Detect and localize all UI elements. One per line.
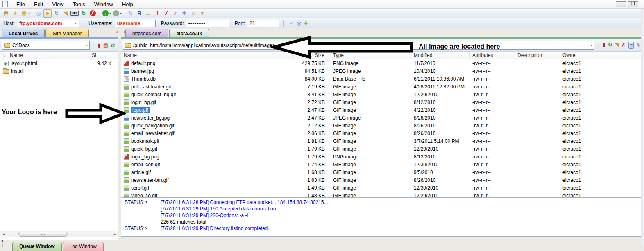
tab-httpsdoc-com[interactable]: httpsdoc.com — [125, 29, 168, 37]
local-column-size[interactable]: Si — [89, 52, 118, 59]
port-input[interactable]: 21 — [247, 20, 279, 27]
remote-file-row[interactable]: newsletter-btn.gif1.63 KBGIF image8/26/2… — [121, 176, 644, 184]
menu-edit[interactable]: Edit — [29, 0, 48, 8]
remote-column-attributes[interactable]: Attributes — [470, 52, 515, 59]
local-column-name[interactable]: ▽ Name — [0, 52, 89, 59]
dropdown-caret-icon[interactable]: ▾ — [109, 11, 111, 15]
remote-file-row[interactable]: email_newsletter.gif2.06 KBGIF image8/26… — [121, 129, 644, 137]
local-file-row[interactable]: install — [0, 67, 118, 75]
new-site-icon[interactable]: ▦ — [20, 9, 28, 18]
rename-icon[interactable]: R — [135, 9, 143, 18]
remote-file-row[interactable]: login_bg.gif2.72 KBGIF image8/12/2010-rw… — [121, 98, 644, 106]
tab-eicra-co-uk[interactable]: eicra.co.uk — [169, 29, 209, 37]
bookmarks-icon[interactable]: ▮ — [98, 42, 101, 48]
menu-view[interactable]: View — [48, 0, 68, 8]
username-input[interactable]: username — [115, 20, 156, 27]
scroll-left-icon[interactable]: ◂ — [0, 232, 7, 236]
file-type-cell: GIF image — [327, 184, 411, 192]
file-description-cell — [515, 59, 560, 67]
host-dropdown-icon[interactable]: ▾ — [75, 21, 77, 25]
connect-plug-icon[interactable]: ≺ — [290, 20, 294, 26]
pointer-icon[interactable]: ➤ — [43, 9, 52, 18]
menu-window[interactable]: Window — [90, 0, 118, 8]
remote-column-modified[interactable]: Modified — [411, 52, 470, 59]
headset-icon[interactable]: ∩ — [189, 9, 197, 18]
local-file-row[interactable]: layout.phtml9.42 K — [0, 59, 118, 67]
shield-icon[interactable]: ▼ — [198, 9, 206, 18]
remote-file-row[interactable]: Thumbs.db84.00 KBData Base File6/21/2011… — [121, 75, 644, 83]
remote-file-row[interactable]: email-icon.gif1.74 KBGIF image12/30/2010… — [121, 161, 644, 168]
quick-connect-icon[interactable]: ▤ — [2, 9, 10, 18]
remote-file-row[interactable]: newsletter_bg.jpg2.47 KBJPEG image8/26/2… — [121, 114, 644, 122]
pin-icon[interactable]: ◎ — [34, 9, 43, 18]
upload-icon[interactable]: ↑ — [112, 9, 120, 18]
priority-icon[interactable]: ! — [153, 9, 161, 18]
tab-queue-window[interactable]: Queue Window — [12, 242, 62, 251]
restore-button[interactable]: ❐ — [628, 1, 638, 7]
stop-icon[interactable]: ✗ — [88, 9, 97, 18]
remote-path-dropdown-icon[interactable]: ▾ — [591, 43, 592, 47]
remote-file-row[interactable]: article.gif1.68 KBGIF image9/5/2010-rw-r… — [121, 168, 644, 176]
abort-icon[interactable]: ◎ — [297, 20, 301, 26]
refresh-icon[interactable]: ↻ — [608, 42, 612, 49]
wizard-icon[interactable]: ★ — [11, 9, 19, 18]
remote-column-description[interactable]: Description — [515, 52, 560, 59]
local-path-dropdown-icon[interactable]: ▾ — [86, 43, 88, 47]
verify-icon[interactable]: ✓ — [171, 9, 179, 18]
dropdown-caret-icon[interactable]: ▾ — [28, 11, 30, 15]
bookmarks-icon[interactable]: ▮ — [603, 42, 605, 49]
new-folder-icon[interactable]: ▱ — [144, 9, 152, 18]
remote-file-row[interactable]: scroll.gif1.49 KBGIF image12/30/2010-rw-… — [121, 184, 644, 192]
scroll-track[interactable]: ▪▪▪ — [7, 231, 111, 237]
remote-file-row[interactable]: quick_bg.gif1.79 KBGIF image12/29/2010-r… — [121, 145, 644, 153]
goto-folder-icon[interactable]: ◥ — [61, 9, 70, 18]
remote-file-row[interactable]: logo.gif2.47 KBGIF image4/22/2010-rw-r--… — [121, 106, 644, 114]
download-icon[interactable]: ↓ — [101, 9, 109, 18]
url-clipboard-icon[interactable]: URL — [70, 9, 79, 18]
remote-column-owner[interactable]: Owner — [560, 52, 644, 59]
lasso-icon[interactable]: ↯ — [52, 9, 61, 18]
remote-file-row[interactable]: login_bg.png1.79 KBPNG image8/12/2010-rw… — [121, 153, 644, 161]
menu-bar: FileEditViewToolsWindowHelp _ ❐ — [0, 0, 644, 9]
file-size-cell: 429.75 KB — [293, 59, 327, 67]
minimize-button[interactable]: _ — [616, 1, 626, 7]
settings-gear-icon[interactable]: ✱ — [180, 9, 188, 18]
tab-log-window[interactable]: Log Window — [63, 242, 104, 251]
scroll-right-icon[interactable]: ▸ — [111, 232, 118, 236]
delete-local-icon[interactable]: ▦ — [103, 42, 108, 48]
remote-file-row[interactable]: quick_contact_bg.gif3.41 KBGIF image12/2… — [121, 90, 644, 98]
remote-file-row[interactable]: quick_navigation.gif2.12 KBGIF image8/26… — [121, 122, 644, 129]
delete-icon[interactable]: ✗ — [162, 9, 170, 18]
listview-icon[interactable]: ≡ — [628, 42, 634, 49]
delete-remote-icon[interactable]: ✗ — [621, 42, 626, 49]
shield-add-icon[interactable]: ✚ — [304, 20, 308, 26]
remote-file-row[interactable]: banner.jpg94.51 KBJPEG image10/4/2010-rw… — [121, 67, 644, 75]
password-input[interactable]: •••••••• — [186, 20, 229, 27]
status-prefix — [125, 206, 161, 212]
local-path-combo[interactable]: C:\Docs ▾ — [2, 41, 90, 50]
remote-column-name[interactable]: Name — [121, 52, 293, 59]
pane-close-icon[interactable]: ✗ — [1, 239, 4, 243]
tab-local-drives[interactable]: Local Drives — [2, 29, 45, 37]
file-type-cell: GIF image — [327, 122, 411, 129]
goto-folder-icon[interactable]: ◥ — [615, 42, 619, 49]
remote-file-row[interactable]: default.png429.75 KBPNG image11/7/2010-r… — [121, 59, 644, 67]
remote-file-row[interactable]: bookmark.gif1.81 KBGIF image3/7/2011 5:1… — [121, 137, 644, 145]
host-input[interactable]: ftp.yourdoma.com ▾ — [17, 20, 79, 27]
folder-up-icon[interactable]: ↑ — [93, 42, 95, 48]
edit-notes-icon[interactable]: ✎ — [126, 9, 134, 18]
menu-file[interactable]: File — [12, 0, 29, 8]
remote-file-row[interactable]: video-ico.gif1.48 KBGIF image12/29/2010-… — [121, 192, 644, 197]
sync-folders-icon[interactable]: ⇄ — [111, 42, 115, 48]
folder-up-icon[interactable]: ↑ — [597, 42, 600, 49]
dropdown-caret-icon[interactable]: ▾ — [120, 11, 122, 15]
menu-tools[interactable]: Tools — [68, 0, 89, 8]
connection-props-icon[interactable]: ↯ — [636, 42, 641, 49]
tab-site-manager[interactable]: Site Manager — [45, 29, 88, 37]
local-hscrollbar[interactable]: ◂ ▪▪▪ ▸ — [0, 231, 118, 237]
menu-help[interactable]: Help — [118, 0, 138, 8]
remote-file-row[interactable]: poll-cast-loader.gif7.19 KBGIF image4/28… — [121, 83, 644, 90]
scroll-thumb[interactable]: ▪▪▪ — [18, 232, 68, 237]
refresh-icon[interactable]: ↻ — [79, 9, 88, 18]
file-owner-cell: eicraco1 — [560, 106, 644, 114]
